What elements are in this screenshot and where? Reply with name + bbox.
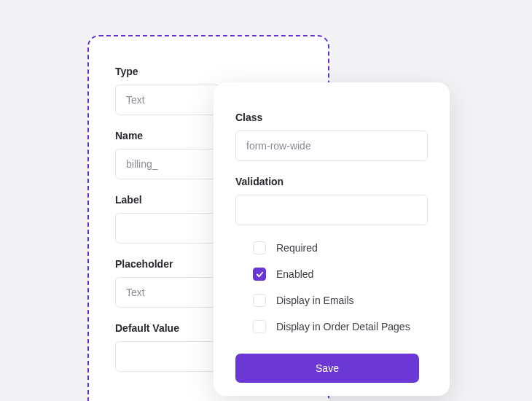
validation-input[interactable] [235,195,428,225]
required-checkbox-row: Required [253,241,428,254]
enabled-checkbox-label: Enabled [276,268,313,280]
checkmark-icon [256,270,264,279]
enabled-checkbox-row: Enabled [253,268,428,281]
display-emails-checkbox-label: Display in Emails [276,295,354,306]
field-config-panel-front: Class Validation Required Enabled Displa… [214,82,450,396]
class-input[interactable] [235,131,428,161]
display-order-detail-checkbox-row: Display in Order Detail Pages [253,320,428,333]
display-emails-checkbox[interactable] [253,294,266,307]
display-order-detail-checkbox-label: Display in Order Detail Pages [276,321,410,332]
required-checkbox[interactable] [253,241,266,254]
save-button[interactable]: Save [235,354,419,383]
required-checkbox-label: Required [276,242,318,254]
type-label: Type [115,66,302,77]
display-order-detail-checkbox[interactable] [253,320,266,333]
validation-field-group: Validation [235,176,428,225]
checkbox-group: Required Enabled Display in Emails Displ… [235,241,428,333]
enabled-checkbox[interactable] [253,268,266,281]
class-field-group: Class [235,112,428,161]
display-emails-checkbox-row: Display in Emails [253,294,428,307]
class-label: Class [235,112,428,123]
validation-label: Validation [235,176,428,187]
